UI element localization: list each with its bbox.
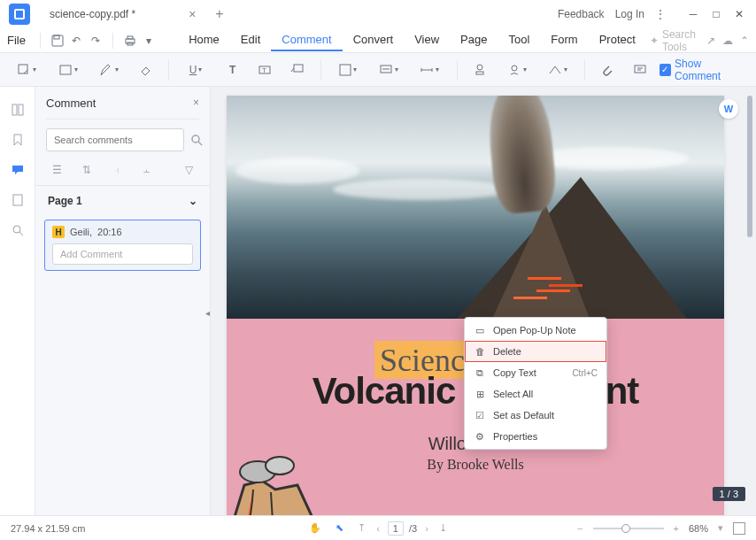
zoom-level[interactable]: 68% [689,523,708,534]
svg-rect-10 [340,65,351,75]
menu-page[interactable]: Page [450,29,498,51]
shape-tool[interactable]: ▾ [330,58,366,82]
next-page-button[interactable]: › [422,523,431,534]
callout-tool[interactable] [284,58,312,82]
signature-tool[interactable]: ▾ [498,58,534,82]
print-dropdown-icon[interactable]: ▾ [141,31,157,50]
chevron-down-icon: ⌄ [189,195,197,207]
ctx-set-default[interactable]: ☑ Set as Default [465,405,606,426]
close-sidebar-icon[interactable]: × [193,96,199,109]
redo-icon[interactable]: ↷ [88,31,104,50]
svg-rect-9 [294,65,303,72]
textbox-tool[interactable]: T [251,58,279,82]
ctx-properties[interactable]: ⚙ Properties [465,426,606,447]
last-page-button[interactable]: ⤓ [436,522,450,534]
text-tool[interactable]: T [219,58,246,82]
svg-text:T: T [262,66,266,74]
ctx-open-popup-note[interactable]: ▭ Open Pop-Up Note [465,320,606,341]
scrollbar-thumb[interactable] [747,96,752,237]
collapse-handle-icon[interactable]: ◂ [205,308,210,318]
zoom-in-button[interactable]: + [671,523,682,534]
add-comment-input[interactable]: Add Comment [52,243,193,265]
hand-tool-icon[interactable]: ✋ [306,522,324,534]
stamp2-tool[interactable] [467,58,494,82]
menu-protect[interactable]: Protect [589,29,646,51]
feedback-link[interactable]: Feedback [558,8,605,20]
menu-view[interactable]: View [404,29,450,51]
page-section-header[interactable]: Page 1 ⌄ [35,185,210,216]
zoom-dropdown-icon[interactable]: ▾ [715,522,726,534]
pencil-tool[interactable]: ▾ [91,58,127,82]
document-viewport[interactable]: ◂ Scienc Volcanic Experimnt Willow Cree … [211,87,756,515]
word-export-icon[interactable]: W [719,99,738,119]
select-tool-icon[interactable]: ⬉ [333,522,346,534]
underline-tool[interactable]: U▾ [178,58,213,82]
print-icon[interactable] [122,31,138,50]
comments-icon[interactable] [7,159,28,181]
collapse-all-icon[interactable]: ⫞ [108,164,126,176]
ctx-delete[interactable]: 🗑 Delete [465,341,606,362]
ctx-copy-text[interactable]: ⧉ Copy Text Ctrl+C [465,362,606,383]
page-indicator: 1 / 3 [713,487,745,501]
comments-panel-tool[interactable] [627,58,654,82]
menu-edit[interactable]: Edit [230,29,271,51]
sort-icon[interactable]: ☰ [48,164,66,176]
distance-tool[interactable]: ▾ [540,58,575,82]
menu-tool[interactable]: Tool [498,29,540,51]
comment-card[interactable]: H Geili, 20:16 Add Comment [44,220,201,271]
ctx-select-all[interactable]: ⊞ Select All [465,383,606,405]
statusbar: 27.94 x 21.59 cm ✋ ⬉ ⤒ ‹ 1 /3 › ⤓ − + 68… [0,515,756,540]
expand-icon[interactable]: ⇅ [78,164,96,176]
gear-icon: ⚙ [474,430,486,443]
note-tool[interactable]: ▾ [9,58,44,82]
new-tab-button[interactable]: + [215,6,223,22]
svg-rect-6 [60,66,71,74]
filter-icon[interactable]: ▽ [180,164,197,176]
close-window-button[interactable]: ✕ [729,4,749,24]
collapse-ribbon-icon[interactable]: ⌃ [740,35,749,47]
close-tab-icon[interactable]: × [189,7,196,21]
menu-form[interactable]: Form [540,29,588,51]
menu-comment[interactable]: Comment [271,29,342,51]
attachments-icon[interactable] [7,189,28,211]
login-link[interactable]: Log In [615,8,644,20]
share-icon[interactable]: ↗ [706,35,715,47]
menu-home[interactable]: Home [178,29,230,51]
comment-author: Geili, [70,227,92,237]
attachment-tool[interactable] [594,58,621,82]
eraser-tool[interactable] [132,58,159,82]
document-tab[interactable]: science-copy.pdf * × [39,2,206,27]
menu-convert[interactable]: Convert [343,29,405,51]
show-comment-label: Show Comment [675,58,747,82]
bookmarks-icon[interactable] [7,129,28,150]
search-tools[interactable]: ✦ Search Tools [650,28,699,53]
file-menu[interactable]: File [7,34,26,47]
vertical-scrollbar[interactable] [747,96,754,503]
prev-page-button[interactable]: ‹ [374,523,382,534]
check-icon: ☑ [474,409,486,421]
svg-point-12 [477,65,482,70]
maximize-button[interactable]: □ [706,4,726,24]
minimize-button[interactable]: ─ [683,4,703,24]
search-comments-input[interactable] [46,128,184,151]
current-page-input[interactable]: 1 [388,521,404,536]
search-rail-icon[interactable] [7,220,28,241]
zoom-slider[interactable] [593,528,664,529]
svg-point-22 [266,457,294,474]
stamp-tool[interactable]: ▾ [371,58,406,82]
save-icon[interactable] [50,31,66,50]
kebab-icon[interactable]: ⋮ [655,8,666,20]
undo-icon[interactable]: ↶ [68,31,84,50]
fit-page-icon[interactable] [733,522,745,535]
cloud-icon[interactable]: ☁ [722,35,733,47]
measure-tool[interactable]: ▾ [412,58,447,82]
search-icon[interactable] [189,133,204,147]
hero-photo [227,96,724,319]
expand-all-icon[interactable]: ⫠ [138,164,156,176]
zoom-out-button[interactable]: − [575,523,585,534]
thumbnails-icon[interactable] [7,99,28,120]
svg-rect-1 [54,35,59,39]
first-page-button[interactable]: ⤒ [355,522,368,534]
show-comment-toggle[interactable]: ✓ Show Comment [660,58,747,82]
highlight-tool[interactable]: ▾ [50,58,85,82]
